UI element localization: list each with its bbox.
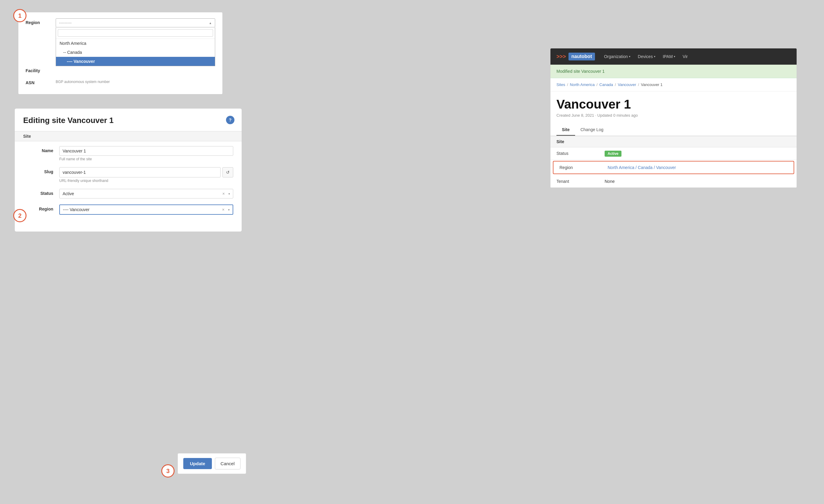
asn-field-label: ASN	[25, 79, 56, 85]
site-title: Vancouver 1	[556, 98, 791, 111]
nav-item-ipam[interactable]: IPAM ▾	[663, 54, 675, 59]
site-data-row-region: Region North America / Canada / Vancouve…	[553, 161, 794, 174]
dropdown-item-north-america[interactable]: North America	[56, 39, 215, 48]
slug-help-text: URL-friendly unique shorthand	[59, 178, 233, 183]
region-field-row-edit: Region ---- Vancouver × ▾	[23, 205, 233, 215]
region-key: Region	[559, 165, 608, 170]
nav-menu-items: Organization ▾ Devices ▾ IPAM ▾ Vir	[604, 54, 688, 59]
tenant-value: None	[605, 179, 791, 184]
site-form-section: Name Full name of the site Slug ↺ URL-fr…	[15, 141, 242, 226]
breadcrumb-north-america[interactable]: North America	[570, 83, 595, 87]
dropdown-item-canada[interactable]: -- Canada	[56, 48, 215, 57]
success-banner: Modified site Vancouver 1	[550, 65, 797, 78]
breadcrumb: Sites / North America / Canada / Vancouv…	[550, 78, 797, 92]
site-meta: Created June 8, 2021 · Updated 0 minutes…	[556, 113, 791, 118]
name-field-row: Name Full name of the site	[23, 146, 233, 161]
status-value: Active	[63, 191, 74, 196]
facility-field-row: Facility	[25, 67, 215, 73]
slug-label: Slug	[23, 167, 59, 174]
region-select-value: ---------	[59, 20, 72, 25]
site-tabs: Site Change Log	[550, 124, 797, 136]
edit-site-panel: Editing site Vancouver 1 ? Site Name Ful…	[14, 108, 242, 232]
tab-site[interactable]: Site	[556, 124, 575, 136]
slug-input[interactable]	[59, 167, 221, 177]
status-value-display: Active	[605, 151, 791, 156]
region-field-row: Region --------- ▲ North America -- Cana…	[25, 18, 215, 27]
status-badge: Active	[605, 151, 621, 157]
region-dropdown-panel: Region --------- ▲ North America -- Cana…	[18, 12, 223, 95]
site-data-row-status: Status Active	[550, 147, 797, 160]
step3-badge: 3	[161, 464, 175, 478]
region-control-wrapper: ---- Vancouver × ▾	[59, 205, 233, 215]
site-data-row-tenant: Tenant None	[550, 175, 797, 187]
breadcrumb-sep-2: /	[597, 83, 598, 87]
site-section-header: Site	[15, 131, 242, 141]
slug-input-group: ↺	[59, 167, 233, 177]
dropdown-search-input[interactable]	[58, 29, 213, 37]
nav-arrows-icon: >>>	[556, 53, 566, 60]
tab-change-log[interactable]: Change Log	[575, 124, 609, 136]
refresh-icon: ↺	[226, 170, 230, 175]
breadcrumb-canada[interactable]: Canada	[600, 83, 613, 87]
name-label: Name	[23, 146, 59, 153]
region-select-arrow-icon: ▲	[209, 21, 212, 25]
name-control-wrapper: Full name of the site	[59, 146, 233, 161]
panel-title: Editing site Vancouver 1	[15, 109, 242, 131]
region-label-edit: Region	[23, 205, 59, 212]
asn-input-wrapper: BGP autonomous system number	[56, 79, 215, 84]
slug-field-row: Slug ↺ URL-friendly unique shorthand	[23, 167, 233, 183]
cancel-button[interactable]: Cancel	[215, 458, 240, 470]
breadcrumb-sep-3: /	[615, 83, 616, 87]
step1-badge: 1	[13, 9, 26, 22]
facility-field-label: Facility	[25, 67, 56, 73]
region-dropdown-arrow-icon: ▾	[228, 208, 230, 212]
status-dropdown-arrow-icon: ▾	[228, 192, 230, 196]
nav-logo: >>> nautobot	[556, 52, 595, 60]
help-button[interactable]: ?	[226, 116, 234, 124]
step2-label: 2	[18, 212, 21, 219]
region-value-display: North America / Canada / Vancouver	[608, 165, 788, 170]
breadcrumb-sep-4: /	[638, 83, 639, 87]
dropdown-item-vancouver[interactable]: ---- Vancouver	[56, 57, 215, 66]
form-action-buttons: Update Cancel	[178, 453, 246, 474]
step2-badge: 2	[13, 209, 26, 222]
asn-field-row: ASN BGP autonomous system number	[25, 79, 215, 85]
breadcrumb-sites[interactable]: Sites	[556, 83, 565, 87]
region-dropdown-list: North America -- Canada ---- Vancouver	[56, 27, 215, 66]
site-title-area: Vancouver 1 Created June 8, 2021 · Updat…	[550, 92, 797, 121]
region-select-edit[interactable]: ---- Vancouver × ▾	[59, 205, 233, 215]
nav-item-vir[interactable]: Vir	[683, 54, 688, 59]
site-data-section-header: Site	[550, 136, 797, 147]
status-clear-icon[interactable]: ×	[222, 191, 225, 196]
slug-refresh-button[interactable]: ↺	[222, 167, 233, 177]
region-clear-icon[interactable]: ×	[222, 207, 224, 212]
region-value: ---- Vancouver	[63, 207, 89, 212]
region-field-label: Region	[25, 18, 56, 25]
nav-brand-label[interactable]: nautobot	[569, 52, 595, 60]
breadcrumb-vancouver[interactable]: Vancouver	[618, 83, 636, 87]
tenant-key: Tenant	[556, 179, 605, 184]
region-select-wrapper: --------- ▲ North America -- Canada ----…	[56, 18, 215, 27]
region-link[interactable]: North America / Canada / Vancouver	[608, 165, 676, 170]
nav-dropdown-arrow-ipam-icon: ▾	[674, 55, 675, 58]
status-key: Status	[556, 151, 605, 156]
update-button[interactable]: Update	[183, 458, 212, 469]
success-message-text: Modified site Vancouver 1	[556, 69, 605, 74]
name-help-text: Full name of the site	[59, 157, 233, 161]
name-input[interactable]	[59, 146, 233, 156]
nautobot-panel: >>> nautobot Organization ▾ Devices ▾ IP…	[550, 48, 797, 188]
status-select[interactable]: Active × ▾	[59, 189, 233, 199]
region-select-trigger[interactable]: --------- ▲	[56, 18, 215, 27]
status-field-row: Status Active × ▾	[23, 189, 233, 199]
nav-item-devices[interactable]: Devices ▾	[638, 54, 655, 59]
status-control-wrapper: Active × ▾	[59, 189, 233, 199]
nav-item-organization[interactable]: Organization ▾	[604, 54, 630, 59]
asn-help-text: BGP autonomous system number	[56, 80, 215, 84]
nav-dropdown-arrow-org-icon: ▾	[629, 55, 630, 58]
breadcrumb-vancouver1: Vancouver 1	[641, 83, 663, 87]
step1-label: 1	[18, 12, 21, 19]
breadcrumb-sep-1: /	[567, 83, 568, 87]
step3-label: 3	[166, 468, 170, 475]
slug-control-wrapper: ↺ URL-friendly unique shorthand	[59, 167, 233, 183]
dropdown-search-container	[56, 27, 215, 39]
